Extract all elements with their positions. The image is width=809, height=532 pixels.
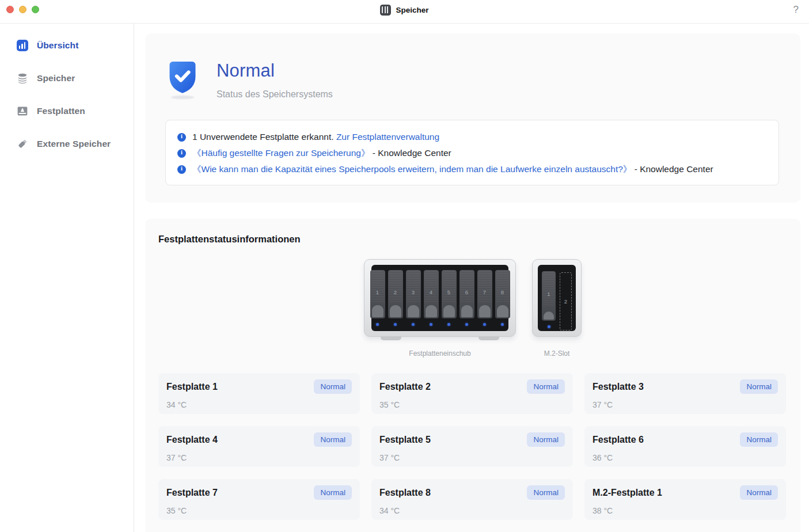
disk-temperature: 37 °C bbox=[379, 453, 565, 462]
notice-text: 1 Unverwendete Festplatte erkannt. bbox=[192, 132, 336, 142]
disk-name: Festplatte 7 bbox=[166, 488, 218, 498]
disk-card: Festplatte 4Normal 37 °C bbox=[158, 426, 360, 467]
drive-bay: 2 bbox=[388, 270, 403, 318]
shield-check-icon bbox=[167, 59, 198, 95]
disk-card: Festplatte 1Normal 34 °C bbox=[158, 373, 360, 414]
notice-link[interactable]: 《Häufig gestellte Fragen zur Speicherung… bbox=[192, 148, 370, 158]
drive-bay: 8 bbox=[495, 270, 510, 318]
disk-card: Festplatte 5Normal 37 °C bbox=[371, 426, 573, 467]
status-led bbox=[412, 323, 415, 326]
status-led bbox=[447, 323, 450, 326]
m2-enclosure-graphic: 1 2 bbox=[532, 259, 582, 337]
sidebar-item-label: Übersicht bbox=[37, 40, 78, 51]
disk-temperature: 35 °C bbox=[166, 506, 352, 515]
bay-number: 1 bbox=[542, 291, 556, 297]
notice-link[interactable]: Zur Festplattenverwaltung bbox=[336, 132, 439, 142]
disk-name: Festplatte 3 bbox=[592, 382, 644, 392]
info-icon bbox=[177, 165, 186, 174]
status-led bbox=[501, 323, 504, 326]
storage-app-icon bbox=[380, 5, 391, 16]
disk-card: Festplatte 8Normal 34 °C bbox=[371, 479, 573, 520]
drive-bay: 6 bbox=[459, 270, 474, 318]
titlebar: Speicher ? bbox=[0, 0, 809, 24]
status-led bbox=[376, 323, 379, 326]
disk-card: Festplatte 7Normal 35 °C bbox=[158, 479, 360, 520]
disk-name: M.2-Festplatte 1 bbox=[592, 488, 662, 498]
sidebar-item-label: Externe Speicher bbox=[37, 139, 111, 149]
status-badge: Normal bbox=[314, 485, 352, 500]
sidebar-item-label: Speicher bbox=[37, 73, 75, 83]
info-icon bbox=[177, 133, 186, 142]
hard-drive-icon bbox=[16, 105, 28, 117]
disk-status-card: Festplattenstatusinformationen 1 2 3 4 5… bbox=[145, 219, 800, 532]
sidebar-item-label: Festplatten bbox=[37, 106, 85, 116]
bay-number: 5 bbox=[442, 289, 457, 295]
sidebar-item-speicher[interactable]: Speicher bbox=[16, 70, 134, 87]
drive-bay: 7 bbox=[477, 270, 492, 318]
disk-name: Festplatte 5 bbox=[379, 435, 431, 445]
disk-temperature: 37 °C bbox=[166, 453, 352, 462]
disk-name: Festplatte 6 bbox=[592, 435, 644, 445]
drive-bay: 3 bbox=[406, 270, 421, 318]
status-badge: Normal bbox=[740, 379, 778, 394]
status-badge: Normal bbox=[740, 432, 778, 447]
bay-number: 2 bbox=[560, 298, 571, 305]
m2-label: M.2-Slot bbox=[544, 349, 570, 358]
drive-bay: 1 bbox=[370, 270, 385, 318]
bay-number: 4 bbox=[424, 289, 439, 295]
bay-number: 1 bbox=[370, 289, 385, 295]
usb-stick-icon bbox=[16, 138, 28, 150]
bay-number: 8 bbox=[495, 289, 510, 295]
notice-text: - Knowledge Center bbox=[632, 164, 713, 174]
disk-temperature: 34 °C bbox=[166, 400, 352, 409]
sidebar-item-externe-speicher[interactable]: Externe Speicher bbox=[16, 135, 134, 153]
bay-number: 3 bbox=[406, 289, 421, 295]
enclosure-label: Festplatteneinschub bbox=[409, 349, 470, 358]
sidebar-item-uebersicht[interactable]: Übersicht bbox=[16, 37, 134, 54]
disk-temperature: 37 °C bbox=[592, 400, 778, 409]
help-icon[interactable]: ? bbox=[793, 4, 799, 16]
storage-stack-icon bbox=[16, 73, 28, 85]
disk-temperature: 38 °C bbox=[592, 506, 778, 515]
disk-section-title: Festplattenstatusinformationen bbox=[158, 234, 301, 245]
disk-card: Festplatte 3Normal 37 °C bbox=[584, 373, 786, 414]
status-badge: Normal bbox=[527, 379, 565, 394]
status-led bbox=[465, 323, 468, 326]
status-badge: Normal bbox=[740, 485, 778, 500]
status-overview-card: Normal Status des Speichersystems 1 Unve… bbox=[145, 33, 800, 203]
notice-row: 1 Unverwendete Festplatte erkannt. Zur F… bbox=[177, 129, 767, 145]
m2-slot-empty: 2 bbox=[560, 272, 572, 330]
sidebar-item-festplatten[interactable]: Festplatten bbox=[16, 102, 134, 120]
status-badge: Normal bbox=[527, 485, 565, 500]
status-badge: Normal bbox=[314, 379, 352, 394]
status-badge: Normal bbox=[314, 432, 352, 447]
window-title: Speicher bbox=[396, 6, 428, 14]
notice-box: 1 Unverwendete Festplatte erkannt. Zur F… bbox=[165, 120, 779, 185]
notice-row: 《Häufig gestellte Fragen zur Speicherung… bbox=[177, 145, 767, 161]
status-led bbox=[394, 323, 397, 326]
disk-temperature: 35 °C bbox=[379, 400, 565, 409]
disk-name: Festplatte 8 bbox=[379, 488, 431, 498]
notice-link[interactable]: 《Wie kann man die Kapazität eines Speich… bbox=[192, 164, 632, 174]
status-badge: Normal bbox=[527, 432, 565, 447]
status-led bbox=[483, 323, 486, 326]
status-led bbox=[430, 323, 432, 326]
bay-number: 7 bbox=[477, 289, 492, 295]
m2-slot-occupied: 1 bbox=[542, 271, 556, 321]
notice-text: - Knowledge Center bbox=[370, 148, 451, 158]
drive-enclosure-graphic: 1 2 3 4 5 6 7 8 bbox=[364, 259, 516, 337]
sidebar: Übersicht Speicher Festplatten bbox=[0, 24, 134, 532]
disk-card: M.2-Festplatte 1Normal 38 °C bbox=[584, 479, 786, 520]
info-icon bbox=[177, 149, 186, 158]
notice-row: 《Wie kann man die Kapazität eines Speich… bbox=[177, 161, 767, 177]
disk-name: Festplatte 1 bbox=[166, 382, 218, 392]
disk-name: Festplatte 4 bbox=[166, 435, 218, 445]
enclosure-illustration: 1 2 3 4 5 6 7 8 Festplatteneinschub bbox=[145, 259, 800, 358]
drive-bay: 5 bbox=[442, 270, 457, 318]
status-title: Normal bbox=[217, 60, 333, 81]
disk-card: Festplatte 6Normal 36 °C bbox=[584, 426, 786, 467]
disk-name: Festplatte 2 bbox=[379, 382, 431, 392]
disk-temperature: 34 °C bbox=[379, 506, 565, 515]
main-content: Normal Status des Speichersystems 1 Unve… bbox=[134, 24, 809, 532]
bay-number: 2 bbox=[388, 289, 403, 295]
